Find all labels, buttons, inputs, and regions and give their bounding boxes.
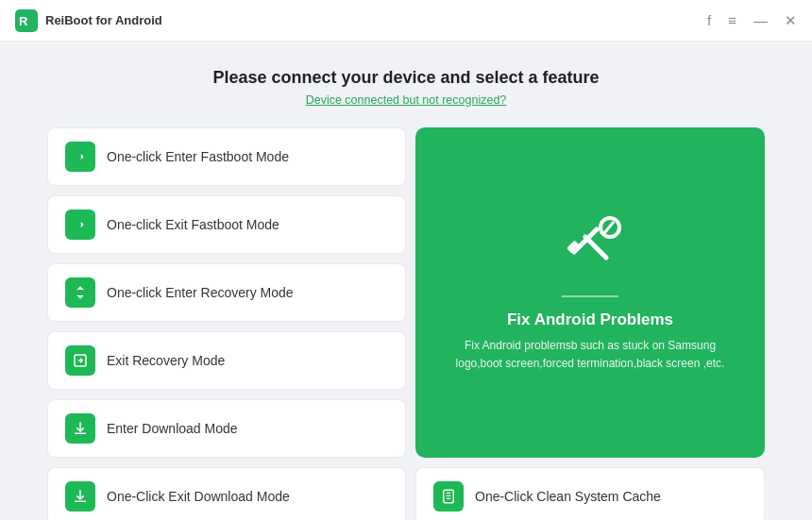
clean-cache-label: One-Click Clean System Cache [475,489,661,504]
enter-recovery-label: One-click Enter Recovery Mode [107,285,294,300]
enter-download-icon-box [65,413,95,444]
enter-download-item[interactable]: Enter Download Mode [47,399,406,458]
app-title: ReiBoot for Android [45,13,162,27]
svg-line-3 [574,229,597,252]
card-divider [562,295,618,297]
exit-download-icon [72,488,89,505]
titlebar-left: R ReiBoot for Android [15,9,162,32]
exit-recovery-icon-box [65,345,95,376]
left-column: One-click Enter Fastboot Mode One-click … [47,127,406,520]
enter-fastboot-label: One-click Enter Fastboot Mode [107,149,289,164]
exit-fastboot-label: One-click Exit Fastboot Mode [107,217,279,232]
enter-fastboot-icon [72,148,89,165]
enter-download-icon [72,420,89,437]
device-not-recognized-link[interactable]: Device connected but not recognized? [47,93,765,107]
exit-download-item[interactable]: One-Click Exit Download Mode [47,467,406,520]
exit-download-icon-box [65,481,95,512]
exit-recovery-item[interactable]: Exit Recovery Mode [47,331,406,390]
enter-fastboot-icon-box [65,142,95,172]
page-title: Please connect your device and select a … [47,68,765,88]
titlebar: R ReiBoot for Android f ≡ — ✕ [0,0,812,42]
svg-line-5 [585,237,606,258]
clean-cache-icon [440,488,457,505]
exit-fastboot-icon-box [65,210,95,240]
close-icon[interactable]: ✕ [785,12,797,29]
right-column: Fix Android Problems Fix Android problem… [415,127,765,520]
facebook-icon[interactable]: f [707,12,711,28]
titlebar-right: f ≡ — ✕ [707,12,797,29]
enter-recovery-item[interactable]: One-click Enter Recovery Mode [47,263,406,322]
fix-android-card[interactable]: Fix Android Problems Fix Android problem… [415,127,765,458]
exit-recovery-label: Exit Recovery Mode [107,353,225,368]
exit-fastboot-icon [72,216,89,233]
svg-rect-7 [444,490,454,503]
clean-cache-icon-box [433,481,464,512]
app-logo: R [15,9,38,32]
fix-android-icon [557,212,623,277]
clean-cache-item[interactable]: One-Click Clean System Cache [415,467,765,520]
feature-columns: One-click Enter Fastboot Mode One-click … [47,127,765,520]
exit-download-label: One-Click Exit Download Mode [107,489,290,504]
enter-fastboot-item[interactable]: One-click Enter Fastboot Mode [47,127,406,186]
enter-recovery-icon [72,284,89,301]
fix-android-desc: Fix Android problemsb such as stuck on S… [442,337,738,373]
exit-recovery-icon [72,352,89,369]
menu-icon[interactable]: ≡ [728,12,736,28]
fix-android-title: Fix Android Problems [507,310,673,329]
exit-fastboot-item[interactable]: One-click Exit Fastboot Mode [47,195,406,254]
tools-icon [557,212,623,269]
enter-recovery-icon-box [65,277,95,308]
enter-download-label: Enter Download Mode [107,421,238,436]
svg-rect-4 [567,240,580,253]
main-content: Please connect your device and select a … [0,42,812,520]
svg-text:R: R [19,14,28,28]
minimize-icon[interactable]: — [753,12,768,28]
